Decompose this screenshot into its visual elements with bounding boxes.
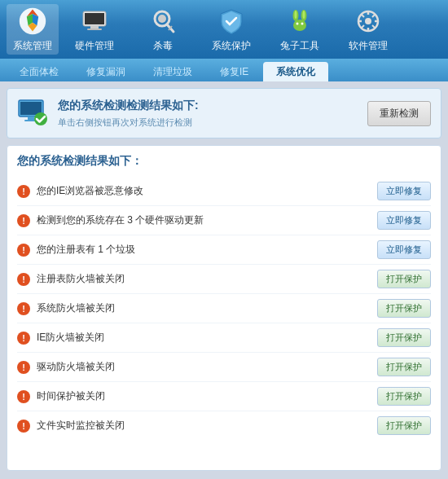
kill-label: 杀毒 [153,39,173,53]
svg-point-17 [365,18,371,24]
warning-icon: ! [17,302,30,315]
result-text: 文件实时监控被关闭 [37,419,125,433]
tab-clean-junk[interactable]: 清理垃圾 [140,62,205,81]
result-text: 注册表防火墙被关闭 [37,272,125,286]
hardware-icon [80,7,109,36]
logo-icon [18,7,47,36]
summary-section: 您的系统检测检测结果如下: 单击右侧按钮再次对系统进行检测 重新检测 [7,88,441,138]
result-row: ! 您的IE浏览器被恶意修改 立即修复 [17,177,431,206]
protect-button-3[interactable]: 打开保护 [377,270,431,288]
results-section: 您的系统检测结果如下： ! 您的IE浏览器被恶意修改 立即修复 ! 检测到您的系… [7,145,441,471]
warning-icon: ! [17,332,30,345]
tab-optimize[interactable]: 系统优化 [263,62,328,81]
result-text: 时间保护被关闭 [37,389,105,403]
result-text: 驱动防火墙被关闭 [37,360,115,374]
software-icon [354,7,383,36]
kill-icon [148,7,178,36]
svg-rect-4 [87,29,102,30]
result-row: ! 时间保护被关闭 打开保护 [17,382,431,411]
result-text: 检测到您的系统存在 3 个硬件驱动更新 [37,213,204,227]
result-text: IE防火墙被关闭 [37,331,104,345]
nav-hardware[interactable]: 硬件管理 [62,4,127,55]
tab-repair-ie[interactable]: 修复IE [207,62,261,81]
logo-label: 系统管理 [13,39,52,53]
svg-rect-2 [85,13,104,24]
summary-subtitle: 单击右侧按钮再次对系统进行检测 [58,116,199,129]
result-left: ! 注册表防火墙被关闭 [17,272,377,286]
protection-label: 系统保护 [212,39,251,53]
monitor-icon [17,97,50,130]
result-left: ! IE防火墙被关闭 [17,331,377,345]
warning-icon: ! [17,214,30,227]
warning-icon: ! [17,244,30,257]
result-left: ! 检测到您的系统存在 3 个硬件驱动更新 [17,213,377,227]
svg-point-6 [158,15,166,23]
svg-line-25 [362,25,364,28]
svg-point-15 [301,22,304,24]
result-left: ! 系统防火墙被关闭 [17,301,377,315]
protection-icon [217,7,246,36]
fix-button-1[interactable]: 立即修复 [377,211,431,230]
result-text: 您的注册表有 1 个垃圾 [37,243,135,257]
top-navigation: 系统管理 硬件管理 杀毒 [0,0,448,59]
warning-icon: ! [17,273,30,286]
result-left: ! 文件实时监控被关闭 [17,419,377,433]
tab-repair-missing[interactable]: 修复漏洞 [73,62,138,81]
tab-bar: 全面体检 修复漏洞 清理垃圾 修复IE 系统优化 [0,59,448,81]
summary-text: 您的系统检测检测结果如下: 单击右侧按钮再次对系统进行检测 [58,99,199,129]
result-text: 系统防火墙被关闭 [37,301,115,315]
result-left: ! 您的IE浏览器被恶意修改 [17,184,377,198]
results-title: 您的系统检测结果如下： [17,154,431,169]
svg-point-12 [295,11,297,19]
result-left: ! 时间保护被关闭 [17,389,377,403]
nav-protection[interactable]: 系统保护 [199,4,264,55]
nav-kill[interactable]: 杀毒 [130,4,195,55]
svg-rect-28 [28,116,34,120]
protect-button-6[interactable]: 打开保护 [377,358,431,376]
protect-button-4[interactable]: 打开保护 [377,299,431,318]
result-row: ! IE防火墙被关闭 打开保护 [17,323,431,353]
result-row: ! 检测到您的系统存在 3 个硬件驱动更新 立即修复 [17,206,431,235]
result-text: 您的IE浏览器被恶意修改 [37,184,143,198]
result-row: ! 驱动防火墙被关闭 打开保护 [17,353,431,382]
nav-rabbit[interactable]: 兔子工具 [267,4,332,55]
summary-title: 您的系统检测检测结果如下: [58,99,199,113]
result-row: ! 系统防火墙被关闭 打开保护 [17,294,431,323]
svg-line-24 [372,15,375,17]
tab-full-check[interactable]: 全面体检 [7,62,72,81]
summary-content: 您的系统检测检测结果如下: 单击右侧按钮再次对系统进行检测 [17,97,199,130]
result-row: ! 文件实时监控被关闭 打开保护 [17,411,431,440]
software-label: 软件管理 [349,39,388,53]
result-left: ! 驱动防火墙被关闭 [17,360,377,374]
warning-icon: ! [17,420,30,433]
warning-icon: ! [17,185,30,198]
svg-line-22 [362,15,364,17]
nav-software[interactable]: 软件管理 [336,4,401,55]
svg-rect-3 [90,26,99,29]
fix-button-0[interactable]: 立即修复 [377,182,431,200]
svg-point-13 [303,11,305,19]
protect-button-5[interactable]: 打开保护 [377,328,431,347]
protect-button-7[interactable]: 打开保护 [377,387,431,406]
result-row: ! 注册表防火墙被关闭 打开保护 [17,265,431,294]
recheck-button[interactable]: 重新检测 [367,101,431,126]
protect-button-8[interactable]: 打开保护 [377,416,431,435]
warning-icon: ! [17,390,30,403]
result-left: ! 您的注册表有 1 个垃圾 [17,243,377,257]
hardware-label: 硬件管理 [75,39,114,53]
rabbit-icon [285,7,314,36]
svg-point-9 [293,20,306,31]
nav-logo[interactable]: 系统管理 [7,4,59,55]
fix-button-2[interactable]: 立即修复 [377,240,431,259]
svg-point-14 [296,22,299,24]
svg-line-23 [372,25,375,28]
result-row: ! 您的注册表有 1 个垃圾 立即修复 [17,235,431,265]
rabbit-label: 兔子工具 [280,39,319,53]
warning-icon: ! [17,361,30,374]
